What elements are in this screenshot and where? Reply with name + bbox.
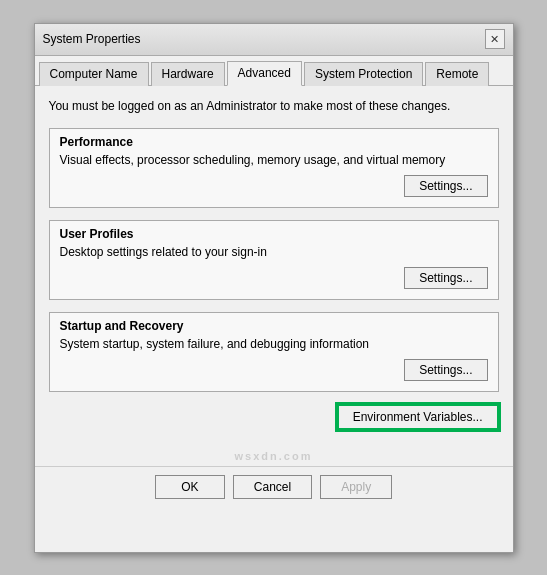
tab-advanced[interactable]: Advanced bbox=[227, 61, 302, 86]
startup-recovery-section: Startup and Recovery System startup, sys… bbox=[49, 312, 499, 392]
ok-button[interactable]: OK bbox=[155, 475, 225, 499]
close-button[interactable]: ✕ bbox=[485, 29, 505, 49]
cancel-button[interactable]: Cancel bbox=[233, 475, 312, 499]
user-profiles-settings-button[interactable]: Settings... bbox=[404, 267, 487, 289]
startup-recovery-desc: System startup, system failure, and debu… bbox=[60, 337, 488, 351]
environment-variables-button[interactable]: Environment Variables... bbox=[337, 404, 499, 430]
title-bar: System Properties ✕ bbox=[35, 24, 513, 56]
performance-title: Performance bbox=[60, 135, 488, 149]
admin-notice: You must be logged on as an Administrato… bbox=[49, 98, 499, 115]
watermark: wsxdn.com bbox=[35, 450, 513, 466]
apply-button[interactable]: Apply bbox=[320, 475, 392, 499]
tabs-bar: Computer Name Hardware Advanced System P… bbox=[35, 56, 513, 86]
tab-system-protection[interactable]: System Protection bbox=[304, 62, 423, 86]
tab-remote[interactable]: Remote bbox=[425, 62, 489, 86]
tab-hardware[interactable]: Hardware bbox=[151, 62, 225, 86]
tab-computer-name[interactable]: Computer Name bbox=[39, 62, 149, 86]
user-profiles-desc: Desktop settings related to your sign-in bbox=[60, 245, 488, 259]
performance-section: Performance Visual effects, processor sc… bbox=[49, 128, 499, 208]
bottom-buttons-bar: OK Cancel Apply bbox=[35, 466, 513, 511]
tab-content: You must be logged on as an Administrato… bbox=[35, 86, 513, 451]
env-variables-row: Environment Variables... bbox=[49, 404, 499, 430]
startup-recovery-settings-button[interactable]: Settings... bbox=[404, 359, 487, 381]
window-title: System Properties bbox=[43, 32, 141, 46]
user-profiles-section: User Profiles Desktop settings related t… bbox=[49, 220, 499, 300]
system-properties-window: System Properties ✕ Computer Name Hardwa… bbox=[34, 23, 514, 553]
user-profiles-title: User Profiles bbox=[60, 227, 488, 241]
performance-settings-button[interactable]: Settings... bbox=[404, 175, 487, 197]
performance-desc: Visual effects, processor scheduling, me… bbox=[60, 153, 488, 167]
startup-recovery-title: Startup and Recovery bbox=[60, 319, 488, 333]
